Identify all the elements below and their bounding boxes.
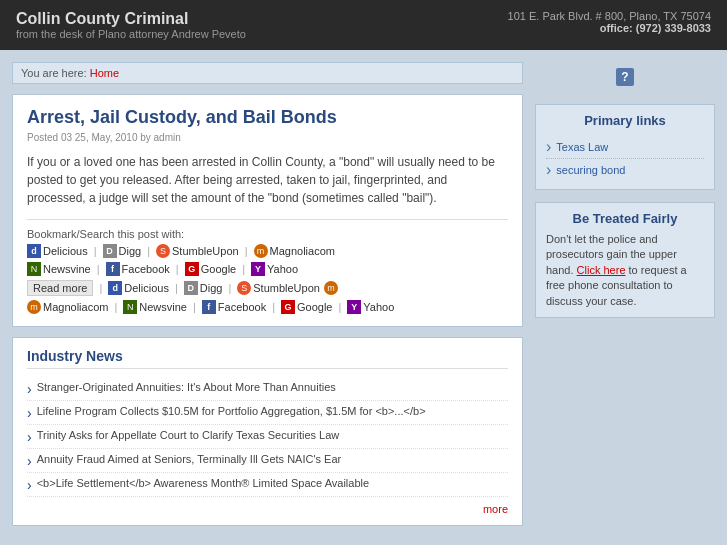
bookmark-newsvine[interactable]: N Newsvine — [27, 262, 91, 276]
news-item-1[interactable]: › Stranger-Originated Annuities: It's Ab… — [27, 377, 508, 401]
bookmark-google[interactable]: G Google — [185, 262, 236, 276]
sidebar-link-securing-bond[interactable]: › securing bond — [546, 159, 704, 181]
read-more-button[interactable]: Read more — [27, 280, 93, 296]
digg-icon-2: D — [184, 281, 198, 295]
news-text-3: Trinity Asks for Appellate Court to Clar… — [37, 429, 340, 441]
news-bullet-4: › — [27, 454, 32, 468]
news-text-5: <b>Life Settlement</b> Awareness Month® … — [37, 477, 369, 489]
bookmark-section: Bookmark/Search this post with: d Delici… — [27, 219, 508, 314]
bookmark-yahoo-2[interactable]: Y Yahoo — [347, 300, 394, 314]
news-bullet-3: › — [27, 430, 32, 444]
del-icon: d — [27, 244, 41, 258]
magnolia-icon-3: m — [27, 300, 41, 314]
treated-fairly-title: Be Treated Fairly — [546, 211, 704, 226]
article-title: Arrest, Jail Custody, and Bail Bonds — [27, 107, 508, 128]
news-bullet-2: › — [27, 406, 32, 420]
news-text-2: Lifeline Program Collects $10.5M for Por… — [37, 405, 426, 417]
yahoo-icon-2: Y — [347, 300, 361, 314]
more-link-container: more — [27, 503, 508, 515]
read-more-row: Read more | d Delicious | D Digg | S Stu… — [27, 280, 508, 296]
primary-links-title: Primary links — [546, 113, 704, 128]
texas-law-link[interactable]: Texas Law — [556, 141, 608, 153]
newsvine-icon-2: N — [123, 300, 137, 314]
bookmark-delicious[interactable]: d Delicious — [27, 244, 88, 258]
header-right: 101 E. Park Blvd. # 800, Plano, TX 75074… — [508, 10, 711, 34]
primary-links-section: Primary links › Texas Law › securing bon… — [535, 104, 715, 190]
breadcrumb: You are here: Home — [12, 62, 523, 84]
bookmark-stumbleupon[interactable]: S StumbleUpon — [156, 244, 239, 258]
sidebar-link-texas-law[interactable]: › Texas Law — [546, 136, 704, 159]
magnolia-icon-2: m — [324, 281, 338, 295]
stumble-icon: S — [156, 244, 170, 258]
treated-fairly-box: Be Treated Fairly Don't let the police a… — [535, 202, 715, 318]
bookmark-magnolia-3[interactable]: m Magnoliacom — [27, 300, 108, 314]
question-box: ? — [535, 62, 715, 92]
yahoo-icon: Y — [251, 262, 265, 276]
bookmark-digg[interactable]: D Digg — [103, 244, 142, 258]
news-text-4: Annuity Fraud Aimed at Seniors, Terminal… — [37, 453, 342, 465]
phone-number: office: (972) 339-8033 — [508, 22, 711, 34]
bookmark-label: Bookmark/Search this post with: — [27, 228, 508, 240]
facebook-icon: f — [106, 262, 120, 276]
news-text-1: Stranger-Originated Annuities: It's Abou… — [37, 381, 336, 393]
digg-icon: D — [103, 244, 117, 258]
bookmark-facebook-2[interactable]: f Facebook — [202, 300, 266, 314]
news-item-3[interactable]: › Trinity Asks for Appellate Court to Cl… — [27, 425, 508, 449]
bookmark-digg-2[interactable]: D Digg — [184, 281, 223, 295]
google-icon: G — [185, 262, 199, 276]
read-more-row-2: m Magnoliacom | N Newsvine | f Facebook … — [27, 300, 508, 314]
bookmark-magnolia-2[interactable]: m — [324, 281, 338, 295]
bookmark-newsvine-2[interactable]: N Newsvine — [123, 300, 187, 314]
industry-news: Industry News › Stranger-Originated Annu… — [12, 337, 523, 526]
bookmark-yahoo[interactable]: Y Yahoo — [251, 262, 298, 276]
header-left: Collin County Criminal from the desk of … — [16, 10, 246, 40]
article-meta: Posted 03 25, May, 2010 by admin — [27, 132, 508, 143]
bookmark-row-2: N Newsvine | f Facebook | G Google | — [27, 262, 508, 276]
industry-news-title: Industry News — [27, 348, 508, 369]
newsvine-icon: N — [27, 262, 41, 276]
site-title: Collin County Criminal — [16, 10, 246, 28]
click-here-link[interactable]: Click here — [577, 264, 626, 276]
bookmark-facebook[interactable]: f Facebook — [106, 262, 170, 276]
google-icon-2: G — [281, 300, 295, 314]
site-header: Collin County Criminal from the desk of … — [0, 0, 727, 50]
link-bullet-2: › — [546, 162, 551, 178]
news-bullet-5: › — [27, 478, 32, 492]
article-body: If you or a loved one has been arrested … — [27, 153, 508, 207]
facebook-icon-2: f — [202, 300, 216, 314]
breadcrumb-prefix: You are here: — [21, 67, 87, 79]
news-item-2[interactable]: › Lifeline Program Collects $10.5M for P… — [27, 401, 508, 425]
bookmark-del-2[interactable]: d Delicious — [108, 281, 169, 295]
article-box: Arrest, Jail Custody, and Bail Bonds Pos… — [12, 94, 523, 327]
bookmark-magnolia[interactable]: m Magnoliacom — [254, 244, 335, 258]
sidebar: ? Primary links › Texas Law › securing b… — [535, 62, 715, 526]
news-item-5[interactable]: › <b>Life Settlement</b> Awareness Month… — [27, 473, 508, 497]
main-wrapper: You are here: Home Arrest, Jail Custody,… — [0, 50, 727, 538]
magnolia-icon: m — [254, 244, 268, 258]
more-link[interactable]: more — [483, 503, 508, 515]
question-mark-icon: ? — [616, 68, 634, 86]
content-area: You are here: Home Arrest, Jail Custody,… — [12, 62, 523, 526]
bookmark-google-2[interactable]: G Google — [281, 300, 332, 314]
news-bullet-1: › — [27, 382, 32, 396]
bookmark-row-1: d Delicious | D Digg | S StumbleUpon | — [27, 244, 508, 258]
bookmark-stumble-2[interactable]: S StumbleUpon — [237, 281, 320, 295]
del-icon-2: d — [108, 281, 122, 295]
address: 101 E. Park Blvd. # 800, Plano, TX 75074 — [508, 10, 711, 22]
site-subtitle: from the desk of Plano attorney Andrew P… — [16, 28, 246, 40]
stumble-icon-2: S — [237, 281, 251, 295]
securing-bond-link[interactable]: securing bond — [556, 164, 625, 176]
breadcrumb-home[interactable]: Home — [90, 67, 119, 79]
treated-fairly-text: Don't let the police and prosecutors gai… — [546, 232, 704, 309]
news-item-4[interactable]: › Annuity Fraud Aimed at Seniors, Termin… — [27, 449, 508, 473]
link-bullet-1: › — [546, 139, 551, 155]
